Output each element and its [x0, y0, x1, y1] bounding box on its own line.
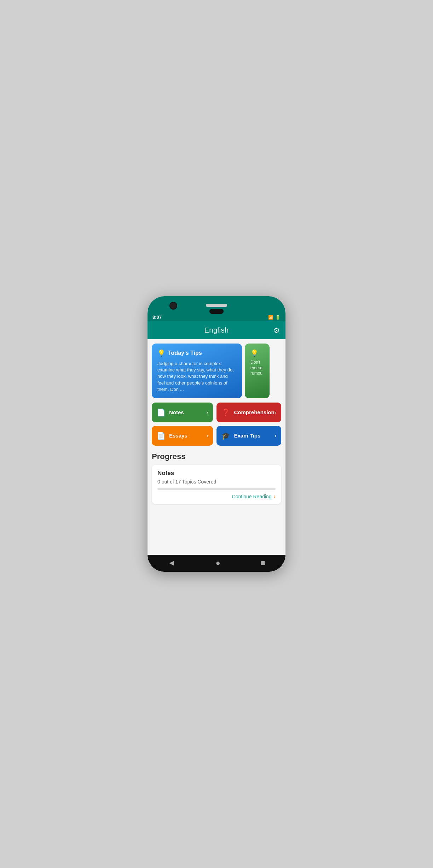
tip-body: Judging a character is complex: examine … [157, 360, 236, 393]
comprehension-label: Comprehension [234, 409, 274, 415]
tip-card-blue[interactable]: 💡 Today's Tips Judging a character is co… [152, 344, 242, 398]
essays-label: Essays [169, 433, 187, 439]
phone-device: 8:07 📶 🔋 English ⚙ 💡 Today's Tips Judgin… [148, 296, 285, 572]
comprehension-button[interactable]: ❓ Comprehension › [216, 403, 281, 422]
back-button[interactable]: ◄ [168, 558, 175, 568]
earpiece [209, 309, 224, 314]
progress-heading: Progress [152, 452, 281, 461]
continue-arrow: › [274, 493, 276, 500]
notes-label: Notes [169, 409, 184, 415]
progress-section: Progress Notes 0 out of 17 Topics Covere… [148, 448, 285, 507]
main-content: 💡 Today's Tips Judging a character is co… [148, 339, 285, 555]
speaker [206, 304, 227, 307]
status-time: 8:07 [152, 315, 162, 320]
tip-card-green[interactable]: 💡 Don't emerg rumou [245, 344, 270, 398]
tip-green-preview: Don't emerg rumou [250, 360, 264, 376]
notes-button[interactable]: 📄 Notes › [152, 403, 213, 422]
home-button[interactable]: ● [216, 558, 220, 568]
battery-icon: 🔋 [275, 315, 281, 320]
essays-btn-inner: 📄 Essays [157, 432, 187, 440]
progress-card-title: Notes [157, 470, 276, 477]
progress-card-footer: Continue Reading › [157, 493, 276, 500]
tip-header: 💡 Today's Tips [157, 349, 236, 357]
exam-tips-icon: 🎓 [221, 432, 230, 440]
comprehension-icon: ❓ [221, 408, 230, 417]
signal-icon: 📶 [268, 315, 273, 320]
camera [169, 302, 177, 310]
action-grid: 📄 Notes › ❓ Comprehension › 📄 Essays [148, 401, 285, 448]
comprehension-arrow: › [275, 409, 276, 416]
comprehension-btn-inner: ❓ Comprehension [221, 408, 274, 417]
progress-bar-track [157, 488, 276, 490]
exam-tips-arrow: › [275, 433, 276, 439]
app-header: English ⚙ [148, 321, 285, 339]
app-title: English [204, 326, 229, 334]
essays-arrow: › [206, 433, 208, 439]
recents-button[interactable]: ■ [261, 558, 265, 568]
phone-screen: 8:07 📶 🔋 English ⚙ 💡 Today's Tips Judgin… [148, 296, 285, 572]
progress-card: Notes 0 out of 17 Topics Covered Continu… [152, 465, 281, 504]
status-icons: 📶 🔋 [268, 315, 281, 320]
bottom-nav: ◄ ● ■ [148, 555, 285, 572]
notes-icon: 📄 [157, 408, 166, 417]
tip-title: Today's Tips [168, 350, 202, 356]
bulb-icon: 💡 [157, 349, 165, 357]
exam-tips-btn-inner: 🎓 Exam Tips [221, 432, 260, 440]
settings-icon[interactable]: ⚙ [273, 326, 280, 335]
tips-carousel: 💡 Today's Tips Judging a character is co… [148, 339, 285, 401]
bulb-icon-green: 💡 [250, 350, 258, 357]
essays-button[interactable]: 📄 Essays › [152, 426, 213, 446]
essays-icon: 📄 [157, 432, 166, 440]
notes-arrow: › [206, 409, 208, 416]
continue-reading-link[interactable]: Continue Reading [232, 494, 272, 499]
exam-tips-label: Exam Tips [234, 433, 260, 439]
progress-card-subtitle: 0 out of 17 Topics Covered [157, 479, 276, 485]
exam-tips-button[interactable]: 🎓 Exam Tips › [216, 426, 281, 446]
notes-btn-inner: 📄 Notes [157, 408, 184, 417]
